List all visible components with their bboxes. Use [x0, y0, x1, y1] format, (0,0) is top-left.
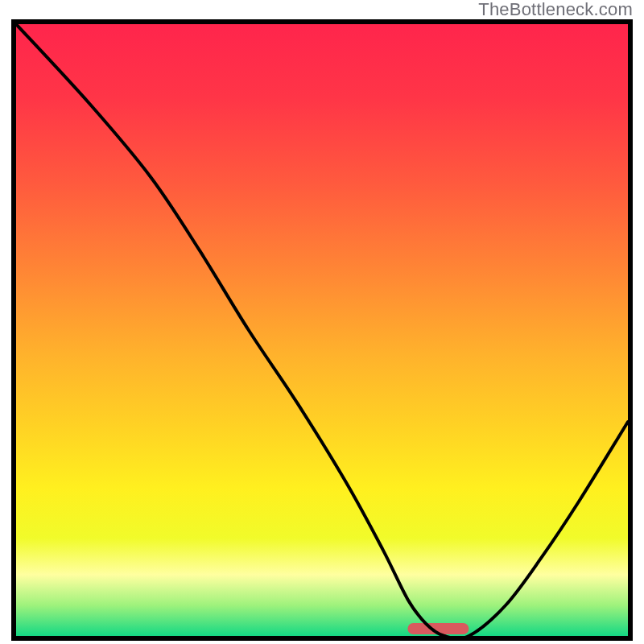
bottleneck-chart	[11, 19, 633, 641]
attribution-text: TheBottleneck.com	[478, 0, 633, 19]
gradient-background	[16, 24, 628, 636]
chart-svg	[16, 24, 628, 636]
